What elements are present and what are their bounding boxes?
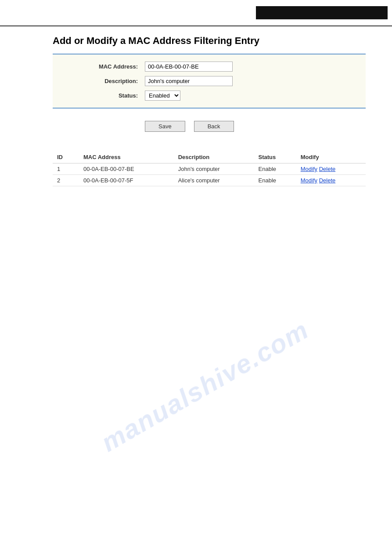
col-id: ID bbox=[53, 151, 79, 163]
status-select[interactable]: Enabled Disabled bbox=[145, 91, 180, 101]
page-title: Add or Modify a MAC Address Filtering En… bbox=[53, 35, 366, 47]
cell-mac: 00-0A-EB-00-07-BE bbox=[79, 163, 174, 175]
modify-link[interactable]: Modify bbox=[301, 166, 317, 172]
cell-id: 1 bbox=[53, 163, 79, 175]
cell-actions: Modify Delete bbox=[296, 175, 366, 186]
description-label: Description: bbox=[57, 78, 145, 84]
top-bar bbox=[0, 0, 392, 26]
button-row: Save Back bbox=[53, 116, 366, 134]
delete-link[interactable]: Delete bbox=[319, 166, 336, 172]
cell-id: 2 bbox=[53, 175, 79, 186]
main-content: Add or Modify a MAC Address Filtering En… bbox=[0, 26, 392, 195]
table-section: ID MAC Address Description Status Modify… bbox=[53, 151, 366, 186]
cell-actions: Modify Delete bbox=[296, 163, 366, 175]
cell-status: Enable bbox=[254, 163, 296, 175]
description-input[interactable] bbox=[145, 76, 233, 86]
description-row: Description: bbox=[53, 76, 366, 86]
status-label: Status: bbox=[57, 92, 145, 99]
delete-link[interactable]: Delete bbox=[319, 177, 336, 184]
col-status: Status bbox=[254, 151, 296, 163]
form-section: MAC Address: Description: Status: Enable… bbox=[53, 54, 366, 109]
modify-link[interactable]: Modify bbox=[301, 177, 317, 184]
mac-table: ID MAC Address Description Status Modify… bbox=[53, 151, 366, 186]
table-row: 2 00-0A-EB-00-07-5F Alice's computer Ena… bbox=[53, 175, 366, 186]
col-modify: Modify bbox=[296, 151, 366, 163]
col-mac: MAC Address bbox=[79, 151, 174, 163]
status-row: Status: Enabled Disabled bbox=[53, 91, 366, 101]
cell-description: Alice's computer bbox=[174, 175, 254, 186]
watermark: manualshive.com bbox=[96, 314, 314, 458]
mac-address-input[interactable] bbox=[145, 62, 233, 72]
cell-description: John's computer bbox=[174, 163, 254, 175]
table-header-row: ID MAC Address Description Status Modify bbox=[53, 151, 366, 163]
cell-status: Enable bbox=[254, 175, 296, 186]
table-row: 1 00-0A-EB-00-07-BE John's computer Enab… bbox=[53, 163, 366, 175]
top-bar-black-block bbox=[256, 6, 388, 19]
back-button[interactable]: Back bbox=[194, 121, 234, 132]
col-description: Description bbox=[174, 151, 254, 163]
mac-address-row: MAC Address: bbox=[53, 62, 366, 72]
cell-mac: 00-0A-EB-00-07-5F bbox=[79, 175, 174, 186]
mac-address-label: MAC Address: bbox=[57, 63, 145, 70]
save-button[interactable]: Save bbox=[145, 121, 185, 132]
